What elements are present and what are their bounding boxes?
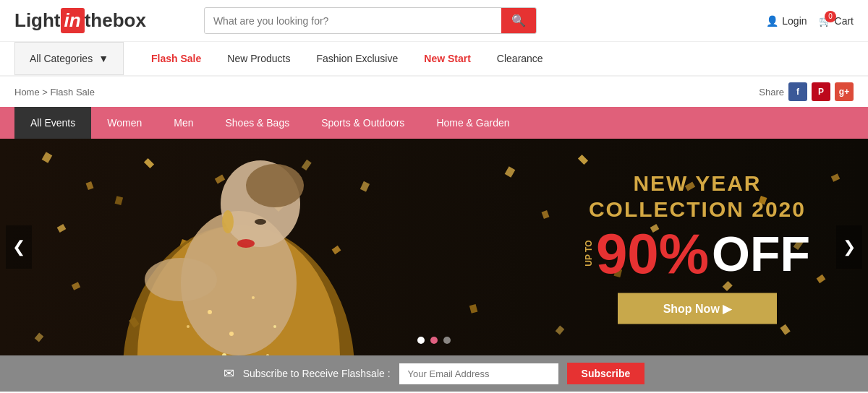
- svg-point-41: [273, 325, 276, 328]
- svg-rect-28: [817, 275, 826, 283]
- banner-discount-area: UP TO 90% OFF: [584, 225, 810, 282]
- all-categories-label: All Categories: [30, 53, 93, 64]
- search-bar: 🔍: [204, 7, 537, 34]
- banner-shop-now-button[interactable]: Shop Now ▶: [618, 293, 777, 324]
- svg-rect-27: [556, 326, 565, 335]
- arrow-left-icon: ❮: [12, 238, 25, 256]
- tab-women[interactable]: Women: [91, 107, 158, 139]
- banner-off-text: OFF: [712, 229, 810, 278]
- banner-discount-number: 90%: [596, 225, 709, 282]
- nav-clearance[interactable]: Clearance: [484, 43, 556, 74]
- tab-shoes-bags[interactable]: Shoes & Bags: [209, 107, 305, 139]
- subscribe-label: Subscribe to Receive Flashsale :: [243, 368, 391, 379]
- header: Lightinthebox 🔍 👤 Login 0 🛒 Cart: [0, 0, 868, 42]
- svg-rect-17: [578, 155, 588, 165]
- svg-rect-25: [780, 324, 790, 335]
- nav-fashion-exclusive[interactable]: Fashion Exclusive: [303, 43, 411, 74]
- navbar: All Categories ▼ Flash Sale New Products…: [0, 42, 868, 77]
- svg-rect-16: [542, 210, 550, 219]
- share-label: Share: [759, 87, 784, 98]
- nav-new-start[interactable]: New Start: [411, 43, 484, 74]
- svg-point-40: [229, 332, 234, 336]
- breadcrumb-current: Flash Sale: [51, 87, 95, 98]
- category-tabs: All Events Women Men Shoes & Bags Sports…: [0, 107, 868, 139]
- banner-text-area: NEW YEAR COLLECTION 2020 UP TO 90% OFF S…: [584, 170, 810, 324]
- svg-point-39: [252, 296, 255, 299]
- subscribe-button[interactable]: Subscribe: [567, 363, 645, 384]
- login-link[interactable]: 👤 Login: [766, 15, 807, 27]
- carousel-next-button[interactable]: ❯: [836, 225, 862, 269]
- email-icon: ✉: [224, 366, 234, 381]
- svg-point-42: [187, 325, 190, 328]
- search-button[interactable]: 🔍: [501, 8, 536, 33]
- logo-light: Light: [14, 9, 61, 32]
- breadcrumb-bar: Home > Flash Sale Share f P g+: [0, 77, 868, 107]
- svg-point-38: [208, 310, 212, 314]
- header-actions: 👤 Login 0 🛒 Cart: [766, 15, 854, 27]
- share-pinterest-button[interactable]: P: [812, 82, 830, 101]
- svg-point-33: [246, 164, 304, 207]
- svg-point-34: [145, 258, 217, 301]
- svg-point-35: [222, 210, 234, 233]
- banner-woman-area: [0, 139, 477, 355]
- logo-in: in: [61, 8, 85, 33]
- carousel-dot-1[interactable]: [417, 337, 425, 344]
- share-facebook-button[interactable]: f: [788, 82, 807, 101]
- search-input[interactable]: [205, 9, 501, 33]
- cart-label: Cart: [835, 15, 854, 27]
- breadcrumb-separator: >: [42, 87, 48, 98]
- banner-headline: NEW YEAR COLLECTION 2020: [584, 170, 810, 223]
- carousel-dot-3[interactable]: [443, 337, 451, 344]
- svg-rect-15: [505, 166, 516, 177]
- person-icon: 👤: [766, 15, 778, 27]
- subscribe-bar: ✉ Subscribe to Receive Flashsale : Subsc…: [0, 355, 868, 392]
- carousel-dot-2[interactable]: [430, 337, 438, 344]
- svg-point-37: [255, 219, 266, 225]
- breadcrumb-home[interactable]: Home: [14, 87, 40, 98]
- banner-background: NEW YEAR COLLECTION 2020 UP TO 90% OFF S…: [0, 139, 868, 355]
- svg-rect-24: [831, 173, 840, 181]
- svg-point-36: [237, 239, 255, 248]
- all-categories-btn[interactable]: All Categories ▼: [14, 42, 124, 75]
- logo-thebox: thebox: [85, 9, 146, 32]
- tab-men[interactable]: Men: [158, 107, 209, 139]
- tab-home-garden[interactable]: Home & Garden: [420, 107, 525, 139]
- tab-all-events[interactable]: All Events: [14, 107, 91, 139]
- banner: NEW YEAR COLLECTION 2020 UP TO 90% OFF S…: [0, 139, 868, 355]
- share-googleplus-button[interactable]: g+: [835, 82, 854, 101]
- carousel-prev-button[interactable]: ❮: [6, 225, 32, 269]
- subscribe-email-input[interactable]: [399, 363, 558, 384]
- banner-upto: UP TO: [584, 240, 593, 266]
- share-area: Share f P g+: [759, 82, 854, 101]
- logo[interactable]: Lightinthebox: [14, 8, 146, 33]
- breadcrumb: Home > Flash Sale: [14, 87, 95, 98]
- nav-flash-sale[interactable]: Flash Sale: [138, 43, 214, 74]
- cart-link[interactable]: 0 🛒 Cart: [819, 15, 854, 27]
- carousel-dots: [417, 337, 451, 344]
- nav-new-products[interactable]: New Products: [214, 43, 303, 74]
- login-label: Login: [782, 15, 807, 27]
- cart-badge: 0: [825, 11, 836, 22]
- tab-sports-outdoors[interactable]: Sports & Outdoors: [305, 107, 420, 139]
- chevron-down-icon: ▼: [98, 53, 109, 64]
- arrow-right-icon: ❯: [843, 238, 856, 256]
